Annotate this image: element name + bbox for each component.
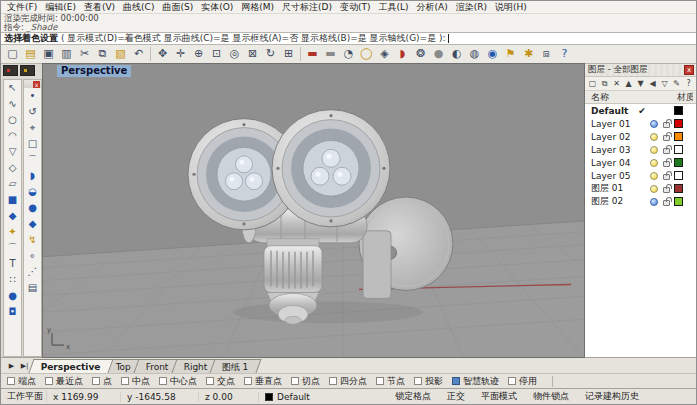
current-layer-chip[interactable]: Default [259, 392, 387, 402]
layer-lock-icon[interactable] [663, 174, 670, 180]
layer-name[interactable]: 图层 01 [591, 182, 636, 195]
shade-mode-icon[interactable]: ◗ [394, 46, 411, 62]
sphere-shaded-icon[interactable]: ● [430, 46, 447, 62]
layer-lock-icon[interactable] [663, 187, 670, 193]
osnap-end[interactable]: 端点 [7, 375, 36, 388]
layer-name[interactable]: Layer 04 [591, 158, 636, 168]
menu-edit[interactable]: 编辑(E) [41, 1, 80, 14]
circle-center-icon[interactable]: ⌖ [24, 120, 41, 136]
new-layer-icon[interactable]: ▢ [587, 78, 598, 90]
curve-icon[interactable]: ∿ [4, 96, 21, 112]
prompt-options[interactable]: ( 显示模式(D)=着色模式 显示曲线(C)=是 显示框线(A)=否 显示格线(… [61, 32, 446, 45]
osnap-mid[interactable]: 中点 [121, 375, 150, 388]
sphere-tool-icon[interactable]: ● [24, 200, 41, 216]
tab-layout-1[interactable]: 图纸 1 [210, 359, 262, 373]
layer-lock-icon[interactable] [663, 200, 670, 206]
menu-help[interactable]: 说明(H) [491, 1, 531, 14]
sketch-icon[interactable]: ↺ [24, 104, 41, 120]
layer-name[interactable]: Layer 05 [591, 171, 636, 181]
save-icon[interactable]: ▣ [40, 46, 57, 62]
layer-visibility-bulb-icon[interactable] [650, 120, 658, 128]
layer-name[interactable]: Layer 02 [591, 132, 636, 142]
ortho-toggle[interactable]: 正交 [439, 390, 473, 403]
layer-visibility-bulb-icon[interactable] [650, 146, 658, 154]
move-up-icon[interactable]: ▲ [623, 78, 634, 90]
menu-file[interactable]: 文件(F) [3, 1, 41, 14]
osnap-disable[interactable]: 停用 [508, 375, 537, 388]
osnap-tan[interactable]: 切点 [291, 375, 320, 388]
sphere-ghosted-icon[interactable]: ◐ [448, 46, 465, 62]
tab-perspective[interactable]: Perspective [28, 359, 113, 373]
command-prompt[interactable]: 选择着色设置 ( 显示模式(D)=着色模式 显示曲线(C)=是 显示框线(A)=… [1, 32, 696, 45]
print-icon[interactable]: ▥ [58, 46, 75, 62]
pan-icon[interactable]: ✥ [154, 46, 171, 62]
color-wheel-icon[interactable]: ❂ [412, 46, 429, 62]
layer-row[interactable]: 图层 01 [585, 182, 696, 195]
menu-analyze[interactable]: 分析(A) [413, 1, 452, 14]
copy-icon[interactable]: ⧉ [94, 46, 111, 62]
new-sublayer-icon[interactable]: ⧉ [599, 78, 610, 90]
layer-name[interactable]: Layer 03 [591, 145, 636, 155]
delete-layer-icon[interactable]: ✕ [611, 78, 622, 90]
cylinder-icon[interactable]: ◆ [4, 208, 21, 224]
pointer-flag-icon[interactable]: ⚑ [502, 46, 519, 62]
open-file-icon[interactable]: ▤ [22, 46, 39, 62]
layer-row[interactable]: Layer 04 [585, 156, 696, 169]
menu-tools[interactable]: 工具(L) [375, 1, 413, 14]
layers-panel-titlebar[interactable]: 图层 - 全部图层 x [585, 64, 696, 77]
grid-snap-toggle[interactable]: 锁定格点 [387, 390, 439, 403]
layer-visibility-bulb-icon[interactable] [650, 185, 658, 193]
circle-icon[interactable]: ○ [4, 112, 21, 128]
cone-icon[interactable]: ◆ [24, 216, 41, 232]
layer-visibility-bulb-icon[interactable] [650, 198, 658, 206]
layer-row[interactable]: Layer 01 [585, 117, 696, 130]
shaded-view-icon[interactable]: ▬ [304, 46, 321, 62]
expand-icon[interactable]: ◀ [647, 78, 658, 90]
lock-objects-icon[interactable]: ◈ [376, 46, 393, 62]
move-icon[interactable]: ✛ [172, 46, 189, 62]
help-icon[interactable]: ? [556, 46, 573, 62]
layer-lock-icon[interactable] [663, 161, 670, 167]
mini-close-icon[interactable]: x [33, 81, 40, 88]
surface-icon[interactable]: ▱ [4, 176, 21, 192]
osnap-near[interactable]: 最近点 [45, 375, 83, 388]
polygon-icon[interactable]: ▽ [4, 144, 21, 160]
viewport-canvas[interactable]: y x [43, 64, 584, 357]
perspective-viewport[interactable]: Perspective [43, 64, 584, 357]
layer-row[interactable]: Layer 05 [585, 169, 696, 182]
extrude-icon[interactable]: ✦ [4, 224, 21, 240]
layer-name[interactable]: 图层 02 [591, 195, 636, 208]
layer-visibility-bulb-icon[interactable] [650, 133, 658, 141]
layer-color-swatch[interactable] [674, 145, 683, 154]
layer-lock-icon[interactable] [663, 135, 670, 141]
close-icon[interactable]: x [684, 65, 694, 75]
osnap-project[interactable]: 投影 [414, 375, 443, 388]
arc-icon[interactable]: ◠ [4, 128, 21, 144]
new-file-icon[interactable]: ▢ [4, 46, 21, 62]
osnap-knot[interactable]: 节点 [376, 375, 405, 388]
chain-icon[interactable]: ⋰ [24, 264, 41, 280]
sphere-wireframe-icon[interactable]: ◍ [466, 46, 483, 62]
point-icon[interactable]: • [24, 88, 41, 104]
layer-name[interactable]: Default [591, 106, 636, 116]
explode-icon[interactable]: ↯ [24, 232, 41, 248]
layer-color-swatch[interactable] [674, 158, 683, 167]
menu-dimension[interactable]: 尺寸标注(D) [278, 1, 336, 14]
layer-row[interactable]: 图层 02 [585, 195, 696, 208]
paste-icon[interactable]: ▧ [112, 46, 129, 62]
layer-color-swatch[interactable] [674, 119, 683, 128]
osnap-cen[interactable]: 中心点 [159, 375, 197, 388]
circle-tool-icon[interactable]: ◔ [340, 46, 357, 62]
rectangle-icon[interactable]: □ [24, 136, 41, 152]
osnap-perp[interactable]: 垂直点 [244, 375, 282, 388]
fillet-icon[interactable]: ⌒ [4, 240, 21, 256]
layer-row[interactable]: Layer 02 [585, 130, 696, 143]
four-viewports-icon[interactable]: ⊞ [280, 46, 297, 62]
lamp-icon[interactable]: ◯ [358, 46, 375, 62]
move-down-icon[interactable]: ▼ [635, 78, 646, 90]
osnap-point[interactable]: 点 [92, 375, 112, 388]
patch-icon[interactable]: ◗ [24, 168, 41, 184]
layer-name[interactable]: Layer 01 [591, 119, 636, 129]
plane-icon[interactable]: ▤ [24, 280, 41, 296]
layer-color-swatch[interactable] [674, 197, 683, 206]
